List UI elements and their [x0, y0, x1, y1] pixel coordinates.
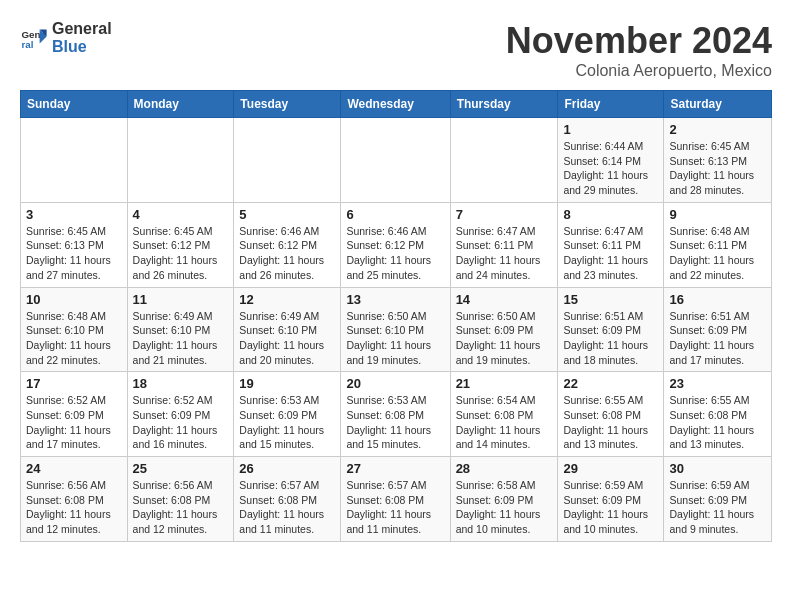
day-number: 1	[563, 122, 658, 137]
day-cell: 20Sunrise: 6:53 AM Sunset: 6:08 PM Dayli…	[341, 372, 450, 457]
day-cell: 2Sunrise: 6:45 AM Sunset: 6:13 PM Daylig…	[664, 118, 772, 203]
day-cell: 19Sunrise: 6:53 AM Sunset: 6:09 PM Dayli…	[234, 372, 341, 457]
week-row-0: 1Sunrise: 6:44 AM Sunset: 6:14 PM Daylig…	[21, 118, 772, 203]
day-number: 4	[133, 207, 229, 222]
day-number: 8	[563, 207, 658, 222]
day-info: Sunrise: 6:48 AM Sunset: 6:11 PM Dayligh…	[669, 224, 766, 283]
day-number: 25	[133, 461, 229, 476]
day-number: 27	[346, 461, 444, 476]
week-row-2: 10Sunrise: 6:48 AM Sunset: 6:10 PM Dayli…	[21, 287, 772, 372]
day-cell: 5Sunrise: 6:46 AM Sunset: 6:12 PM Daylig…	[234, 202, 341, 287]
header-friday: Friday	[558, 91, 664, 118]
day-info: Sunrise: 6:57 AM Sunset: 6:08 PM Dayligh…	[239, 478, 335, 537]
day-number: 14	[456, 292, 553, 307]
location-subtitle: Colonia Aeropuerto, Mexico	[506, 62, 772, 80]
day-number: 18	[133, 376, 229, 391]
day-info: Sunrise: 6:46 AM Sunset: 6:12 PM Dayligh…	[346, 224, 444, 283]
day-info: Sunrise: 6:56 AM Sunset: 6:08 PM Dayligh…	[26, 478, 122, 537]
day-info: Sunrise: 6:51 AM Sunset: 6:09 PM Dayligh…	[563, 309, 658, 368]
day-number: 26	[239, 461, 335, 476]
day-cell: 8Sunrise: 6:47 AM Sunset: 6:11 PM Daylig…	[558, 202, 664, 287]
header-saturday: Saturday	[664, 91, 772, 118]
day-number: 6	[346, 207, 444, 222]
day-cell: 11Sunrise: 6:49 AM Sunset: 6:10 PM Dayli…	[127, 287, 234, 372]
day-cell: 14Sunrise: 6:50 AM Sunset: 6:09 PM Dayli…	[450, 287, 558, 372]
day-number: 20	[346, 376, 444, 391]
day-number: 29	[563, 461, 658, 476]
day-info: Sunrise: 6:48 AM Sunset: 6:10 PM Dayligh…	[26, 309, 122, 368]
day-number: 7	[456, 207, 553, 222]
title-section: November 2024 Colonia Aeropuerto, Mexico	[506, 20, 772, 80]
day-info: Sunrise: 6:51 AM Sunset: 6:09 PM Dayligh…	[669, 309, 766, 368]
day-info: Sunrise: 6:49 AM Sunset: 6:10 PM Dayligh…	[133, 309, 229, 368]
day-number: 23	[669, 376, 766, 391]
day-header-row: SundayMondayTuesdayWednesdayThursdayFrid…	[21, 91, 772, 118]
header-wednesday: Wednesday	[341, 91, 450, 118]
day-number: 28	[456, 461, 553, 476]
day-info: Sunrise: 6:45 AM Sunset: 6:12 PM Dayligh…	[133, 224, 229, 283]
day-info: Sunrise: 6:45 AM Sunset: 6:13 PM Dayligh…	[26, 224, 122, 283]
logo: Gene ral General Blue	[20, 20, 112, 55]
day-info: Sunrise: 6:47 AM Sunset: 6:11 PM Dayligh…	[456, 224, 553, 283]
header-monday: Monday	[127, 91, 234, 118]
day-number: 19	[239, 376, 335, 391]
day-cell: 30Sunrise: 6:59 AM Sunset: 6:09 PM Dayli…	[664, 457, 772, 542]
day-cell: 6Sunrise: 6:46 AM Sunset: 6:12 PM Daylig…	[341, 202, 450, 287]
week-row-1: 3Sunrise: 6:45 AM Sunset: 6:13 PM Daylig…	[21, 202, 772, 287]
day-number: 3	[26, 207, 122, 222]
day-info: Sunrise: 6:44 AM Sunset: 6:14 PM Dayligh…	[563, 139, 658, 198]
day-info: Sunrise: 6:50 AM Sunset: 6:09 PM Dayligh…	[456, 309, 553, 368]
day-cell	[127, 118, 234, 203]
day-info: Sunrise: 6:52 AM Sunset: 6:09 PM Dayligh…	[26, 393, 122, 452]
day-number: 5	[239, 207, 335, 222]
day-info: Sunrise: 6:55 AM Sunset: 6:08 PM Dayligh…	[669, 393, 766, 452]
month-title: November 2024	[506, 20, 772, 62]
day-cell: 21Sunrise: 6:54 AM Sunset: 6:08 PM Dayli…	[450, 372, 558, 457]
header: Gene ral General Blue November 2024 Colo…	[20, 20, 772, 80]
week-row-3: 17Sunrise: 6:52 AM Sunset: 6:09 PM Dayli…	[21, 372, 772, 457]
day-number: 13	[346, 292, 444, 307]
day-number: 16	[669, 292, 766, 307]
day-cell: 1Sunrise: 6:44 AM Sunset: 6:14 PM Daylig…	[558, 118, 664, 203]
day-cell: 27Sunrise: 6:57 AM Sunset: 6:08 PM Dayli…	[341, 457, 450, 542]
week-row-4: 24Sunrise: 6:56 AM Sunset: 6:08 PM Dayli…	[21, 457, 772, 542]
day-cell: 23Sunrise: 6:55 AM Sunset: 6:08 PM Dayli…	[664, 372, 772, 457]
day-info: Sunrise: 6:46 AM Sunset: 6:12 PM Dayligh…	[239, 224, 335, 283]
day-info: Sunrise: 6:45 AM Sunset: 6:13 PM Dayligh…	[669, 139, 766, 198]
day-cell	[21, 118, 128, 203]
day-info: Sunrise: 6:50 AM Sunset: 6:10 PM Dayligh…	[346, 309, 444, 368]
day-cell: 10Sunrise: 6:48 AM Sunset: 6:10 PM Dayli…	[21, 287, 128, 372]
logo-general: Gene	[52, 20, 92, 37]
day-cell: 29Sunrise: 6:59 AM Sunset: 6:09 PM Dayli…	[558, 457, 664, 542]
day-number: 24	[26, 461, 122, 476]
day-info: Sunrise: 6:49 AM Sunset: 6:10 PM Dayligh…	[239, 309, 335, 368]
logo-ral: ral	[92, 20, 112, 37]
svg-text:ral: ral	[21, 38, 33, 49]
day-info: Sunrise: 6:58 AM Sunset: 6:09 PM Dayligh…	[456, 478, 553, 537]
header-thursday: Thursday	[450, 91, 558, 118]
day-info: Sunrise: 6:53 AM Sunset: 6:08 PM Dayligh…	[346, 393, 444, 452]
day-cell: 25Sunrise: 6:56 AM Sunset: 6:08 PM Dayli…	[127, 457, 234, 542]
day-number: 17	[26, 376, 122, 391]
day-cell: 4Sunrise: 6:45 AM Sunset: 6:12 PM Daylig…	[127, 202, 234, 287]
day-info: Sunrise: 6:53 AM Sunset: 6:09 PM Dayligh…	[239, 393, 335, 452]
day-info: Sunrise: 6:52 AM Sunset: 6:09 PM Dayligh…	[133, 393, 229, 452]
day-info: Sunrise: 6:54 AM Sunset: 6:08 PM Dayligh…	[456, 393, 553, 452]
logo-icon: Gene ral	[20, 24, 48, 52]
day-info: Sunrise: 6:56 AM Sunset: 6:08 PM Dayligh…	[133, 478, 229, 537]
header-tuesday: Tuesday	[234, 91, 341, 118]
day-cell	[341, 118, 450, 203]
day-cell: 13Sunrise: 6:50 AM Sunset: 6:10 PM Dayli…	[341, 287, 450, 372]
day-number: 11	[133, 292, 229, 307]
day-number: 10	[26, 292, 122, 307]
day-cell: 18Sunrise: 6:52 AM Sunset: 6:09 PM Dayli…	[127, 372, 234, 457]
day-info: Sunrise: 6:47 AM Sunset: 6:11 PM Dayligh…	[563, 224, 658, 283]
day-cell: 28Sunrise: 6:58 AM Sunset: 6:09 PM Dayli…	[450, 457, 558, 542]
day-cell	[450, 118, 558, 203]
day-info: Sunrise: 6:55 AM Sunset: 6:08 PM Dayligh…	[563, 393, 658, 452]
day-number: 21	[456, 376, 553, 391]
day-number: 2	[669, 122, 766, 137]
day-cell: 15Sunrise: 6:51 AM Sunset: 6:09 PM Dayli…	[558, 287, 664, 372]
day-number: 12	[239, 292, 335, 307]
logo-blue-text: Blue	[52, 38, 112, 56]
